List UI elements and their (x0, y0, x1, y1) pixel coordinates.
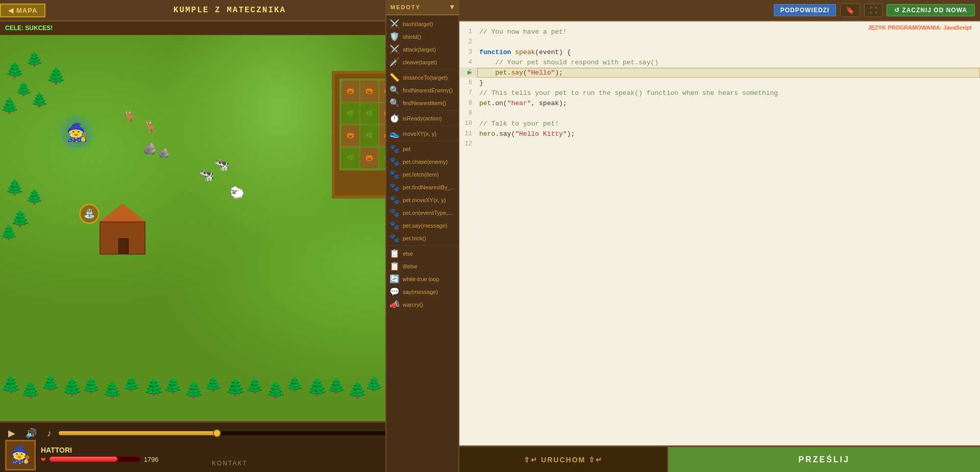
method-pet-chase[interactable]: 🐾pet.chase(enemy) (386, 155, 458, 168)
method-bash-icon: ⚔️ (389, 19, 400, 29)
method-pet-icon: 🐾 (389, 144, 400, 154)
method-pet-say[interactable]: 🐾pet.say(message) (386, 219, 458, 232)
line-content-11: hero.say("Hello Kitty"); (477, 130, 980, 138)
method-movexy[interactable]: 👟moveXY(x, y) (386, 127, 458, 140)
method-dist-icon: 📏 (389, 72, 400, 82)
code-line-6: 6 } (459, 78, 980, 88)
method-findnearest-item[interactable]: 🔍findNearestItem() (386, 96, 458, 109)
method-warcry[interactable]: 📣warcry() (386, 298, 458, 311)
play-button[interactable]: ▶ (5, 427, 18, 440)
line-content-5: pet.say("Hello"); (477, 68, 980, 78)
player-name: HATTORI (41, 446, 159, 454)
method-pet-on[interactable]: 🐾pet.on(eventType,... (386, 206, 458, 219)
restart-icon: ↺ (894, 7, 902, 14)
line-content-8: pet.on("hear", speak); (477, 99, 980, 108)
line-num-7: 7 (459, 89, 477, 96)
method-pc-icon: 🐾 (389, 157, 400, 166)
line-num-4: 4 (459, 59, 477, 66)
method-cleave[interactable]: 🗡️cleave(target) (386, 56, 458, 68)
animal-1: 🦌 (122, 109, 138, 124)
line-num-9: 9 (459, 110, 477, 117)
method-wh-icon: 🔄 (389, 274, 400, 284)
hints-button[interactable]: PODPOWIEDZI (774, 4, 836, 16)
method-ir-icon: ⏱️ (389, 113, 400, 123)
code-line-8: 8 pet.on("hear", speak); (459, 98, 980, 108)
player-info: HATTORI ❤ 1796 (41, 446, 159, 464)
code-line-5: 5 ▶ pet.say("Hello"); (459, 67, 980, 78)
music-button[interactable]: ♪ (44, 427, 55, 440)
map-button[interactable]: ◀ MAPA (0, 4, 45, 17)
code-line-4: 4 // Your pet should respond with pet.sa… (459, 57, 980, 67)
separator-2 (386, 110, 458, 111)
line-content-2 (477, 38, 980, 46)
separator-1 (386, 69, 458, 70)
method-while[interactable]: 🔄while-true loop (386, 272, 458, 285)
method-distanceto[interactable]: 📏distanceTo(target) (386, 71, 458, 84)
line-content-6: } (477, 79, 980, 87)
line-num-1: 1 (459, 28, 477, 35)
line-content-12 (477, 140, 980, 148)
line-num-10: 10 (459, 120, 477, 127)
well: ⛲ (79, 204, 100, 224)
code-line-10: 10 // Talk to your pet! (459, 118, 980, 129)
progress-knob[interactable] (213, 429, 221, 437)
bookmark-button[interactable]: 🔖 (840, 4, 860, 17)
method-pet-movexy[interactable]: 🐾pet.moveXY(x, y) (386, 193, 458, 206)
method-cleave-icon: 🗡️ (389, 57, 400, 67)
arrow-left-icon: ◀ (8, 7, 14, 14)
run-button[interactable]: ⇧↵ URUCHOM ⇧↵ (459, 447, 668, 472)
code-line-3: 3 function speak(event) { (459, 47, 980, 57)
active-line-arrow: ▶ (468, 68, 472, 77)
contact-label: KONTAKT (212, 460, 248, 467)
editor-toolbar: PODPOWIEDZI 🔖 ⛶ ↺ ZACZNIJ OD NOWA (459, 0, 980, 21)
method-attack[interactable]: ⚔️attack(target) (386, 43, 458, 56)
methods-dropdown-icon[interactable]: ▼ (450, 3, 454, 11)
separator-4 (386, 141, 458, 141)
methods-panel: MEDOTY ▼ ⚔️bash(target) 🛡️shield() ⚔️att… (385, 0, 459, 472)
separator-5 (386, 245, 458, 246)
progress-bar[interactable] (59, 431, 410, 435)
code-line-2: 2 (459, 37, 980, 47)
house-1 (100, 204, 145, 255)
run-icon: ⇧↵ (524, 456, 538, 464)
line-content-10: // Talk to your pet! (477, 119, 980, 128)
method-pet-trick[interactable]: 🐾pet.trick() (386, 232, 458, 244)
method-attack-icon: ⚔️ (389, 44, 400, 54)
method-say[interactable]: 💬say(message) (386, 285, 458, 298)
method-isready[interactable]: ⏱️isReady(action) (386, 112, 458, 125)
animal-4: 🐄 (199, 168, 214, 183)
line-num-8: 8 (459, 100, 477, 107)
code-line-11: 11 hero.say("Hello Kitty"); (459, 129, 980, 139)
method-bash[interactable]: ⚔️bash(target) (386, 17, 458, 30)
submit-button[interactable]: PRZEŚLIJ (668, 447, 980, 472)
line-num-12: 12 (459, 140, 477, 147)
method-pet-fetch[interactable]: 🐾pet.fetch(item) (386, 168, 458, 181)
method-fni-icon: 🔍 (389, 98, 400, 108)
methods-title: MEDOTY (390, 4, 421, 10)
method-pet-findnearestby[interactable]: 🐾pet.findNearestBy_... (386, 181, 458, 193)
method-say-icon: 💬 (389, 287, 400, 296)
separator-3 (386, 126, 458, 126)
method-ifelse[interactable]: 📋if/else (386, 260, 458, 272)
animal-2: 🦌 (143, 119, 158, 134)
health-fill (50, 457, 118, 462)
line-num-11: 11 (459, 130, 477, 137)
action-bar: ⇧↵ URUCHOM ⇧↵ PRZEŚLIJ (459, 445, 980, 472)
line-num-3: 3 (459, 48, 477, 56)
line-content-7: // This tells your pet to run the speak(… (477, 89, 980, 97)
methods-list: ⚔️bash(target) 🛡️shield() ⚔️attack(targe… (386, 15, 458, 472)
method-findnearest-enemy[interactable]: 🔍findNearestEnemy() (386, 84, 458, 96)
sound-button[interactable]: 🔊 (22, 427, 40, 440)
health-container: ❤ 1796 (41, 454, 159, 464)
method-pt-icon: 🐾 (389, 233, 400, 243)
method-else[interactable]: 📋else (386, 247, 458, 260)
restart-button[interactable]: ↺ ZACZNIJ OD NOWA (887, 4, 975, 16)
method-pet[interactable]: 🐾pet (386, 142, 458, 155)
method-ps-icon: 🐾 (389, 220, 400, 230)
health-value: 1796 (144, 456, 159, 463)
code-line-7: 7 // This tells your pet to run the spea… (459, 88, 980, 98)
method-shield[interactable]: 🛡️shield() (386, 30, 458, 43)
code-editor[interactable]: JĘZYK PROGRAMOWANIA: JavaScript 1 // You… (459, 21, 980, 445)
game-title: KUMPLE Z MATECZNIKA (174, 6, 286, 15)
expand-button[interactable]: ⛶ (864, 4, 883, 17)
